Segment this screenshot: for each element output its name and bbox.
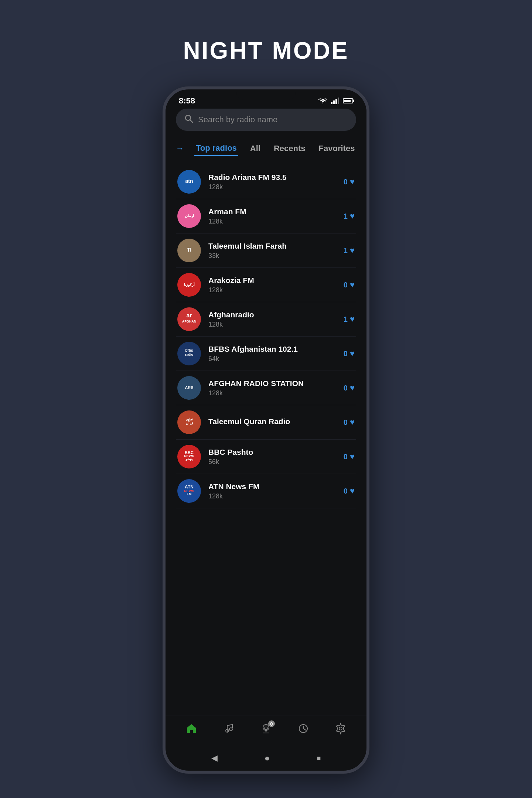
download-badge: 0	[268, 720, 275, 727]
radio-likes[interactable]: 0 ♥	[344, 486, 355, 496]
radio-likes[interactable]: 1 ♥	[344, 246, 355, 255]
likes-count: 0	[344, 281, 348, 289]
radio-info: Radio Ariana FM 93.5 128k	[208, 173, 344, 191]
heart-icon: ♥	[350, 280, 355, 290]
tab-favorites[interactable]: Favorites	[317, 141, 356, 156]
home-button[interactable]: ●	[265, 753, 270, 763]
nav-music[interactable]	[223, 723, 235, 734]
svg-text:پښتو: پښتو	[185, 457, 193, 461]
radio-bitrate: 128k	[208, 183, 344, 191]
radio-likes[interactable]: 0 ♥	[344, 349, 355, 358]
radio-info: BFBS Afghanistan 102.1 64k	[208, 345, 344, 363]
likes-count: 0	[344, 349, 348, 358]
list-item[interactable]: ar AFGHAN Afghanradio 128k 1 ♥	[176, 302, 356, 337]
tab-recents[interactable]: Recents	[272, 141, 307, 156]
radio-logo: bfbs radio	[177, 342, 201, 365]
phone-shell: 8:58	[163, 86, 369, 774]
radio-bitrate: 56k	[208, 458, 344, 466]
search-icon	[185, 115, 193, 125]
list-item[interactable]: ارمان Arman FM 128k 1 ♥	[176, 199, 356, 233]
svg-text:تعلیم: تعلیم	[186, 417, 193, 422]
nav-download[interactable]: 0	[260, 723, 272, 734]
tab-top-radios[interactable]: Top radios	[194, 141, 238, 156]
svg-text:ARS: ARS	[185, 385, 193, 390]
android-nav: ◀ ● ■	[166, 753, 366, 763]
nav-settings[interactable]	[335, 723, 347, 734]
search-bar[interactable]: Search by radio name	[176, 109, 356, 131]
tab-all[interactable]: All	[249, 141, 262, 156]
tabs-row: → Top radios All Recents Favorites Loc	[176, 141, 356, 156]
radio-logo: BBC NEWS پښتو	[177, 445, 201, 468]
list-item[interactable]: TI Taleemul Islam Farah 33k 1 ♥	[176, 233, 356, 268]
svg-text:atn: atn	[185, 178, 193, 184]
heart-icon: ♥	[350, 211, 355, 221]
bottom-nav: 0	[166, 716, 366, 741]
signal-icon	[331, 98, 339, 104]
radio-info: Arakozia FM 128k	[208, 276, 344, 294]
radio-name: AFGHAN RADIO STATION	[208, 379, 344, 388]
likes-count: 0	[344, 178, 348, 186]
likes-count: 1	[344, 246, 348, 255]
heart-icon: ♥	[350, 452, 355, 461]
radio-name: Radio Ariana FM 93.5	[208, 173, 344, 182]
radio-bitrate: 128k	[208, 321, 344, 328]
radio-logo: atn	[177, 170, 201, 194]
nav-home[interactable]	[185, 723, 197, 734]
radio-likes[interactable]: 0 ♥	[344, 280, 355, 290]
status-bar: 8:58	[166, 89, 366, 109]
list-item[interactable]: BBC NEWS پښتو BBC Pashto 56k 0 ♥	[176, 440, 356, 474]
list-item[interactable]: آرکوزیا Arakozia FM 128k 0 ♥	[176, 268, 356, 302]
nav-history[interactable]	[297, 723, 309, 734]
svg-text:TI: TI	[187, 247, 191, 253]
radio-logo: ATN NEWS FM	[177, 479, 201, 503]
radio-likes[interactable]: 1 ♥	[344, 211, 355, 221]
radio-name: Arman FM	[208, 207, 344, 216]
heart-icon: ♥	[350, 314, 355, 324]
radio-logo: ar AFGHAN	[177, 307, 201, 331]
likes-count: 0	[344, 418, 348, 427]
radio-likes[interactable]: 0 ♥	[344, 177, 355, 187]
search-placeholder: Search by radio name	[198, 115, 277, 125]
svg-text:ATN: ATN	[185, 484, 194, 490]
svg-text:آرکوزیا: آرکوزیا	[184, 282, 195, 287]
radio-name: BFBS Afghanistan 102.1	[208, 345, 344, 354]
radio-bitrate: 128k	[208, 286, 344, 294]
svg-line-1	[190, 120, 192, 122]
svg-text:radio: radio	[185, 353, 194, 357]
radio-info: Taleemul Islam Farah 33k	[208, 242, 344, 260]
recent-button[interactable]: ■	[317, 754, 321, 762]
heart-icon: ♥	[350, 417, 355, 427]
list-item[interactable]: bfbs radio BFBS Afghanistan 102.1 64k 0 …	[176, 337, 356, 371]
likes-count: 1	[344, 315, 348, 324]
radio-logo: ارمان	[177, 204, 201, 228]
radio-logo: TI	[177, 239, 201, 262]
likes-count: 0	[344, 487, 348, 495]
radio-info: Taleemul Quran Radio	[208, 417, 344, 427]
clock: 8:58	[179, 96, 195, 106]
page-title: NIGHT MODE	[183, 37, 349, 64]
list-item[interactable]: atn Radio Ariana FM 93.5 128k 0 ♥	[176, 165, 356, 199]
radio-bitrate: 128k	[208, 218, 344, 225]
list-item[interactable]: تعلیم قرآن Taleemul Quran Radio 0 ♥	[176, 405, 356, 440]
radio-name: BBC Pashto	[208, 448, 344, 457]
radio-bitrate: 64k	[208, 355, 344, 363]
radio-logo: آرکوزیا	[177, 273, 201, 297]
radio-bitrate: 128k	[208, 492, 344, 500]
radio-likes[interactable]: 1 ♥	[344, 314, 355, 324]
radio-likes[interactable]: 0 ♥	[344, 383, 355, 393]
radio-name: ATN News FM	[208, 482, 344, 491]
radio-likes[interactable]: 0 ♥	[344, 417, 355, 427]
heart-icon: ♥	[350, 349, 355, 358]
radio-name: Taleemul Quran Radio	[208, 417, 344, 426]
radio-name: Afghanradio	[208, 310, 344, 319]
radio-info: Afghanradio 128k	[208, 310, 344, 328]
battery-icon	[343, 98, 353, 103]
likes-count: 1	[344, 212, 348, 221]
back-button[interactable]: ◀	[211, 753, 218, 763]
radio-likes[interactable]: 0 ♥	[344, 452, 355, 461]
list-item[interactable]: ARS AFGHAN RADIO STATION 128k 0 ♥	[176, 371, 356, 405]
heart-icon: ♥	[350, 177, 355, 187]
radio-name: Arakozia FM	[208, 276, 344, 285]
likes-count: 0	[344, 453, 348, 461]
list-item[interactable]: ATN NEWS FM ATN News FM 128k 0 ♥	[176, 474, 356, 508]
